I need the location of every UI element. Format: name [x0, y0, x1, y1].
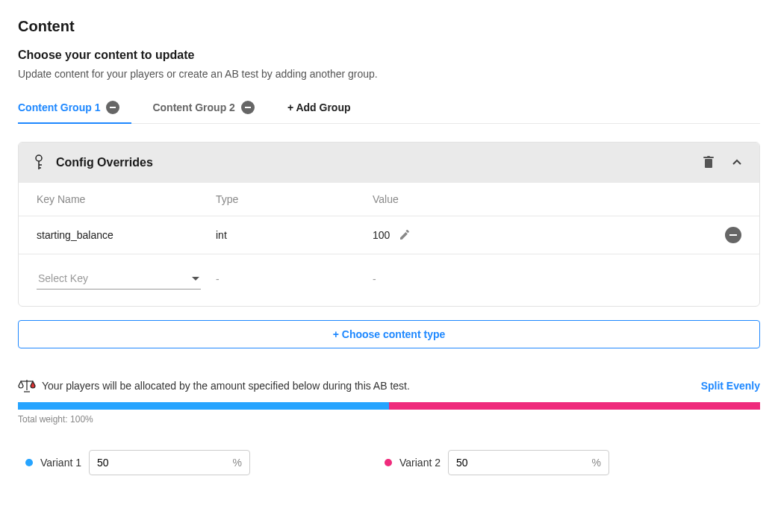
- split-evenly-link[interactable]: Split Evenly: [701, 380, 760, 392]
- col-key: Key Name: [37, 193, 216, 205]
- variant-2-input[interactable]: [456, 457, 568, 469]
- remove-group-icon[interactable]: [106, 101, 119, 114]
- variant-1-dot: [25, 459, 33, 466]
- add-group-button[interactable]: + Add Group: [287, 96, 351, 122]
- remove-row-icon[interactable]: [725, 227, 741, 243]
- balance-scale-icon: [18, 378, 36, 393]
- table-select-row: Select Key - -: [19, 254, 759, 306]
- trash-icon[interactable]: [700, 153, 718, 172]
- chevron-down-icon: [192, 277, 199, 281]
- edit-icon[interactable]: [399, 229, 411, 241]
- variants-row: Variant 1 % Variant 2 %: [18, 450, 760, 475]
- variant-1-input-wrap[interactable]: %: [89, 450, 250, 475]
- variant-2-label: Variant 2: [399, 457, 441, 469]
- cell-type: int: [216, 229, 373, 241]
- section-title: Choose your content to update: [18, 48, 760, 62]
- panel-header: Config Overrides: [19, 143, 759, 183]
- svg-rect-6: [707, 156, 710, 157]
- col-type: Type: [216, 193, 373, 205]
- allocation-bar: [18, 402, 760, 410]
- key-icon: [32, 154, 46, 171]
- remove-group-icon[interactable]: [241, 101, 255, 114]
- svg-rect-5: [703, 157, 714, 158]
- allocation-row: Your players will be allocated by the am…: [18, 378, 760, 393]
- table-row: starting_balance int 100: [19, 216, 759, 254]
- percent-suffix: %: [592, 457, 601, 469]
- variant-1-input[interactable]: [97, 457, 209, 469]
- bar-segment-variant-1: [18, 402, 389, 410]
- content-group-tabs: Content Group 1 Content Group 2 + Add Gr…: [18, 95, 760, 124]
- cell-value-placeholder: -: [373, 273, 697, 285]
- total-weight-label: Total weight: 100%: [18, 414, 760, 425]
- col-value: Value: [373, 193, 697, 205]
- variant-1-label: Variant 1: [40, 457, 81, 469]
- percent-suffix: %: [233, 457, 242, 469]
- cell-key: starting_balance: [37, 229, 216, 241]
- variant-2: Variant 2 %: [385, 450, 609, 475]
- variant-2-input-wrap[interactable]: %: [448, 450, 609, 475]
- tab-content-group-1[interactable]: Content Group 1: [18, 95, 119, 123]
- svg-rect-4: [705, 159, 712, 168]
- variant-1: Variant 1 %: [25, 450, 250, 475]
- select-key-placeholder: Select Key: [38, 272, 88, 284]
- section-subtitle: Update content for your players or creat…: [18, 68, 760, 80]
- bar-segment-variant-2: [389, 402, 760, 410]
- config-overrides-panel: Config Overrides Key Name Type Value sta…: [18, 142, 760, 307]
- page-title: Content: [18, 18, 760, 35]
- svg-point-0: [36, 155, 42, 161]
- select-key-dropdown[interactable]: Select Key: [37, 268, 201, 290]
- table-header: Key Name Type Value: [19, 183, 759, 216]
- chevron-up-icon[interactable]: [728, 154, 746, 172]
- tab-label: Content Group 1: [18, 101, 100, 113]
- cell-value: 100: [373, 229, 390, 241]
- cell-type-placeholder: -: [216, 273, 373, 285]
- tab-label: Content Group 2: [152, 101, 234, 113]
- panel-title: Config Overrides: [56, 156, 689, 169]
- allocation-text: Your players will be allocated by the am…: [42, 380, 695, 392]
- tab-content-group-2[interactable]: Content Group 2: [152, 95, 254, 123]
- choose-content-type-button[interactable]: + Choose content type: [18, 320, 760, 348]
- variant-2-dot: [385, 459, 392, 466]
